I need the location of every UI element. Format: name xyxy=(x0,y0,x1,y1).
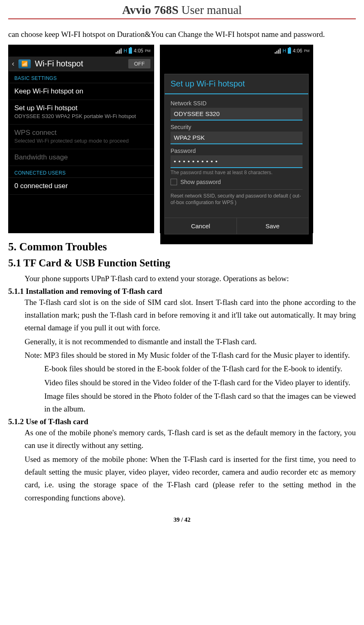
clock-time: 4:05 xyxy=(134,48,143,54)
checkbox-show-password[interactable]: Show password xyxy=(171,179,303,185)
screenshot-wifi-hotspot-settings: H 4:05 PM ‹ 📶 Wi-Fi hotspot OFF BASIC SE… xyxy=(8,45,154,233)
row-wps-connect: WPS connect Selected Wi-Fi protected set… xyxy=(9,125,154,149)
paragraph: Your phone supports UPnP T-flash card to… xyxy=(25,272,356,285)
title-bar: ‹ 📶 Wi-Fi hotspot OFF xyxy=(9,57,154,71)
row-sublabel: Selected Wi-Fi protected setup mode to p… xyxy=(14,138,148,145)
row-setup-hotspot[interactable]: Set up Wi-Fi hotspot ODYSSEE S320 WPA2 P… xyxy=(9,100,154,125)
dialog-body: Network SSID ODYSSEE S320 Security WPA2 … xyxy=(165,94,308,218)
clock-time: 4:06 xyxy=(293,48,302,54)
note-video: Video files should be stored in the Vide… xyxy=(25,376,356,389)
status-bar: H 4:05 PM xyxy=(9,45,154,57)
paragraph: Generally, it is not recommended to dism… xyxy=(25,335,356,348)
label-security: Security xyxy=(171,124,303,130)
setup-hotspot-dialog: Set up Wi-Fi hotspot Network SSID ODYSSE… xyxy=(164,74,309,234)
body-text: As one of the mobile phone's memory card… xyxy=(8,426,356,504)
paragraph: Used as memory of the mobile phone: When… xyxy=(25,453,356,504)
select-security[interactable]: WPA2 PSK xyxy=(171,132,303,144)
label-ssid: Network SSID xyxy=(171,100,303,107)
paragraph: As one of the mobile phone's memory card… xyxy=(25,426,356,452)
note-mp3: Note: MP3 files should be stored in My M… xyxy=(25,349,356,361)
battery-icon xyxy=(288,48,291,54)
save-button[interactable]: Save xyxy=(237,218,309,234)
signal-icon xyxy=(116,48,122,54)
hotspot-toggle[interactable]: OFF xyxy=(128,59,150,68)
note-ebook: E-book files should be stored in the E-b… xyxy=(25,362,356,375)
page-number: 39 / 42 xyxy=(8,516,356,523)
signal-icon xyxy=(275,48,281,54)
note-image: Image files should be stored in the Phot… xyxy=(25,390,356,416)
row-bandwidth-usage: Bandwidth usage xyxy=(9,149,154,166)
cancel-button[interactable]: Cancel xyxy=(165,218,237,234)
reset-defaults-text[interactable]: Reset network SSID, security and passwor… xyxy=(171,189,303,206)
status-bar: H 4:06 PM xyxy=(160,45,313,57)
title-strong: Avvio 768S xyxy=(122,3,178,16)
title-light: User manual xyxy=(178,3,242,16)
wifi-hotspot-icon: 📶 xyxy=(18,59,31,68)
row-label: Keep Wi-Fi hotspot on xyxy=(14,87,148,95)
clock-ampm: PM xyxy=(304,49,310,53)
document-title: Avvio 768S User manual xyxy=(122,3,242,16)
screenshots-row: H 4:05 PM ‹ 📶 Wi-Fi hotspot OFF BASIC SE… xyxy=(8,45,356,233)
section-basic-settings: BASIC SETTINGS xyxy=(9,71,154,83)
row-label: Bandwidth usage xyxy=(14,153,148,161)
battery-icon xyxy=(129,48,132,54)
intro-paragraph: can choose keep WI-FI hotspot on Duratio… xyxy=(8,28,356,41)
document-header: Avvio 768S User manual xyxy=(8,0,356,19)
row-label: 0 connected user xyxy=(14,182,148,190)
row-connected-users[interactable]: 0 connected user xyxy=(9,178,154,195)
checkbox-label: Show password xyxy=(180,179,221,185)
screen-title: Wi-Fi hotspot xyxy=(35,59,124,68)
row-label: WPS connect xyxy=(14,129,148,137)
row-label: Set up Wi-Fi hotspot xyxy=(14,104,148,112)
dialog-title: Set up Wi-Fi hotspot xyxy=(165,74,308,94)
row-keep-hotspot-on[interactable]: Keep Wi-Fi hotspot on xyxy=(9,83,154,100)
mobile-data-icon: H xyxy=(123,48,127,54)
checkbox-box-icon xyxy=(171,179,177,185)
row-sublabel: ODYSSEE S320 WPA2 PSK portable Wi-Fi hot… xyxy=(14,113,148,120)
dialog-backdrop: Set up Wi-Fi hotspot Network SSID ODYSSE… xyxy=(160,57,313,244)
dialog-buttons: Cancel Save xyxy=(165,218,308,234)
password-hint: The password must have at least 8 charac… xyxy=(171,170,303,175)
heading-tf-card-usb: 5.1 TF Card & USB Function Setting xyxy=(8,257,356,269)
mobile-data-icon: H xyxy=(282,48,286,54)
heading-5-1-1: 5.1.1 Installation and removing of T-fla… xyxy=(8,287,356,296)
screenshot-setup-hotspot-dialog: H 4:06 PM Set up Wi-Fi hotspot Network S… xyxy=(160,45,313,233)
section-connected-users: CONNECTED USERS xyxy=(9,166,154,178)
body-text: The T-flash card slot is on the side of … xyxy=(8,296,356,416)
body-text: Your phone supports UPnP T-flash card to… xyxy=(8,272,356,285)
label-password: Password xyxy=(171,148,303,154)
input-ssid[interactable]: ODYSSEE S320 xyxy=(171,108,303,120)
clock-ampm: PM xyxy=(145,49,151,53)
back-icon[interactable]: ‹ xyxy=(12,59,14,68)
paragraph: The T-flash card slot is on the side of … xyxy=(25,296,356,334)
input-password[interactable]: •••••••••• xyxy=(171,155,303,168)
heading-5-1-2: 5.1.2 Use of T-flash card xyxy=(8,417,356,426)
